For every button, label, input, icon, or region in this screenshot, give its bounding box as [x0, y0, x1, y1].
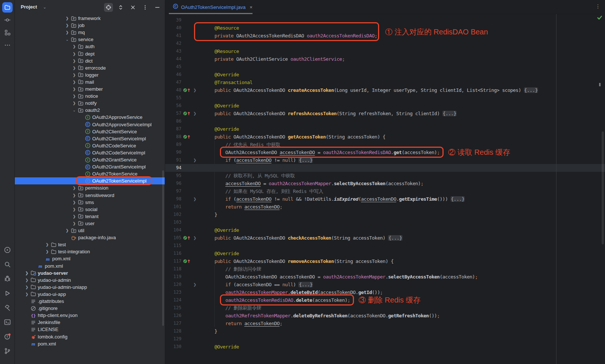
tool-button-notifications[interactable]	[2, 331, 13, 342]
code-line-57[interactable]: 57❯ public OAuth2AccessTokenDO refreshAc…	[165, 110, 605, 117]
fold-arrow-icon[interactable]: ❯	[193, 156, 196, 164]
code-line-98[interactable]: 98❯ if (accessTokenDO != null && !DateUt…	[165, 195, 605, 203]
expand-all-icon[interactable]	[116, 3, 125, 12]
tree-item-jenkinsfile[interactable]: Jenkinsfile	[15, 319, 165, 326]
code-line-94[interactable]: 94	[165, 164, 605, 172]
error-stripe-mark[interactable]	[599, 83, 601, 86]
tree-item-notify[interactable]: ❯notify	[15, 100, 165, 107]
code-line-39[interactable]: 39	[165, 16, 605, 24]
tree-item-service[interactable]: ⌄service	[15, 36, 165, 43]
tree-item-yudao-ui-admin[interactable]: ❯yudao-ui-admin	[15, 277, 165, 284]
overrides-method-icon[interactable]	[183, 111, 191, 116]
overrides-method-icon[interactable]	[183, 258, 191, 264]
tree-item-license[interactable]: LICENSE	[15, 326, 165, 333]
overrides-method-icon[interactable]	[183, 134, 191, 140]
chevron-right-icon[interactable]: ❯	[64, 23, 70, 27]
tree-item-util[interactable]: ❯util	[15, 227, 165, 234]
code-line-119[interactable]: 119 OAuth2AccessTokenDO accessTokenDO = …	[165, 273, 605, 281]
code-line-104[interactable]: 104 @Override	[165, 226, 605, 234]
code-line-126[interactable]: 126 oauth2RefreshTokenMapper.deleteByRef…	[165, 312, 605, 320]
code-line-125[interactable]: 125 // 删除刷新令牌	[165, 304, 605, 312]
tree-item-yudao-ui-admin-uniapp[interactable]: ❯yudao-ui-admin-uniapp	[15, 284, 165, 291]
tree-item-framework[interactable]: ❯framework	[15, 15, 165, 22]
code-line-103[interactable]: 103	[165, 218, 605, 226]
tree-item-oauth2approveserviceimpl[interactable]: COAuth2ApproveServiceImpl	[15, 121, 165, 128]
options-kebab-icon[interactable]	[141, 3, 150, 12]
code-line-120[interactable]: 120❯ if (accessTokenDO == null) {...}	[165, 281, 605, 288]
code-line-90[interactable]: 90 OAuth2AccessTokenDO accessTokenDO = o…	[165, 148, 605, 156]
chevron-right-icon[interactable]: ❯	[24, 278, 30, 282]
chevron-down-icon[interactable]: ⌄	[43, 5, 46, 10]
chevron-right-icon[interactable]: ❯	[44, 243, 50, 247]
chevron-right-icon[interactable]: ❯	[71, 207, 77, 211]
project-tree-scrollbar[interactable]	[162, 170, 164, 326]
chevron-right-icon[interactable]: ❯	[71, 94, 77, 98]
tree-item-job[interactable]: ❯job	[15, 22, 165, 29]
tree-item-oauth2grantservice[interactable]: IOAuth2GrantService	[15, 156, 165, 163]
code-line-43[interactable]: 43 @Resource	[165, 47, 605, 55]
tool-button-more-tools[interactable]	[2, 40, 13, 50]
tree-item-oauth2clientserviceimpl[interactable]: COAuth2ClientServiceImpl	[15, 135, 165, 142]
code-line-128[interactable]: 128 }	[165, 327, 605, 335]
tree-item-oauth2clientservice[interactable]: IOAuth2ClientService	[15, 128, 165, 135]
chevron-right-icon[interactable]: ❯	[64, 16, 70, 20]
tree-item-pom-xml[interactable]: mpom.xml	[15, 263, 165, 270]
fold-arrow-icon[interactable]: ❯	[193, 281, 196, 288]
tree-item-oauth2codeserviceimpl[interactable]: COAuth2CodeServiceImpl	[15, 149, 165, 156]
chevron-right-icon[interactable]: ❯	[44, 250, 50, 254]
code-line-101[interactable]: 101 return accessTokenDO;	[165, 203, 605, 211]
tree-item-dept[interactable]: ❯dept	[15, 50, 165, 57]
code-line-127[interactable]: 127 return accessTokenDO;	[165, 320, 605, 327]
fold-arrow-icon[interactable]: ❯	[193, 86, 196, 94]
tool-button-run[interactable]	[2, 288, 13, 298]
tree-item-oauth2[interactable]: ⌄oauth2	[15, 107, 165, 114]
code-line-97[interactable]: 97 // 如果在 MySQL 存在, 则往 Redis 中写入	[165, 187, 605, 195]
chevron-right-icon[interactable]: ❯	[71, 87, 77, 91]
inspections-passed-check-icon[interactable]	[597, 15, 602, 22]
chevron-right-icon[interactable]: ❯	[71, 66, 77, 70]
editor-scrollbar[interactable]	[602, 131, 604, 244]
tree-item-pom-xml[interactable]: mpom.xml	[15, 255, 165, 262]
folded-region[interactable]: {...}	[388, 235, 402, 241]
tree-item-notice[interactable]: ❯notice	[15, 93, 165, 100]
chevron-right-icon[interactable]: ❯	[24, 271, 30, 275]
chevron-right-icon[interactable]: ❯	[24, 292, 30, 296]
tree-item-oauth2codeservice[interactable]: IOAuth2CodeService	[15, 142, 165, 149]
code-line-124[interactable]: 124 oauth2AccessTokenRedisDAO.delete(acc…	[165, 296, 605, 304]
chevron-right-icon[interactable]: ❯	[64, 30, 70, 34]
tree-item-mq[interactable]: ❯mq	[15, 29, 165, 36]
code-line-91[interactable]: 91❯ if (accessTokenDO != null) {...}	[165, 156, 605, 164]
tree-item-oauth2tokenservice[interactable]: IOAuth2TokenService	[15, 170, 165, 177]
tree-item-oauth2grantserviceimpl[interactable]: COAuth2GrantServiceImpl	[15, 163, 165, 170]
chevron-right-icon[interactable]: ❯	[71, 80, 77, 84]
code-line-48[interactable]: 48❯ public OAuth2AccessTokenDO createAcc…	[165, 86, 605, 94]
tool-button-search[interactable]	[2, 259, 13, 270]
tree-item-social[interactable]: ❯social	[15, 206, 165, 213]
chevron-right-icon[interactable]: ❯	[71, 101, 77, 105]
code-line-118[interactable]: 118 // 删除访问令牌	[165, 265, 605, 273]
code-line-47[interactable]: 47 @Transactional	[165, 79, 605, 86]
tree-item-sms[interactable]: ❯sms	[15, 199, 165, 206]
tool-button-project-folder[interactable]	[2, 2, 13, 13]
tool-button-services[interactable]	[2, 245, 13, 255]
tool-button-terminal[interactable]	[2, 317, 13, 327]
chevron-right-icon[interactable]: ❯	[64, 228, 70, 233]
chevron-down-icon[interactable]: ⌄	[71, 108, 77, 112]
folded-region[interactable]: {...}	[298, 157, 313, 163]
chevron-right-icon[interactable]: ❯	[71, 221, 77, 226]
tree-item--gitignore[interactable]: .gitignore	[15, 305, 165, 312]
fold-arrow-icon[interactable]: ❯	[193, 234, 196, 242]
code-line-116[interactable]: 116 @Override	[165, 250, 605, 257]
folded-region[interactable]: {...}	[298, 282, 313, 287]
tool-button-commit[interactable]	[2, 15, 13, 25]
fold-arrow-icon[interactable]: ❯	[193, 110, 196, 117]
code-line-41[interactable]: 41 private OAuth2AccessTokenRedisDAO oau…	[165, 32, 605, 40]
code-line-129[interactable]: 129	[165, 335, 605, 343]
folded-region[interactable]: {...}	[442, 111, 457, 116]
tool-button-build-hammer[interactable]	[2, 303, 13, 313]
folded-region[interactable]: {...}	[524, 87, 538, 93]
chevron-right-icon[interactable]: ❯	[24, 285, 30, 289]
code-line-115[interactable]: 115	[165, 242, 605, 250]
tree-item-test-integration[interactable]: ❯test-integration	[15, 248, 165, 255]
code-line-44[interactable]: 44 private OAuth2ClientService oauth2Cli…	[165, 55, 605, 63]
